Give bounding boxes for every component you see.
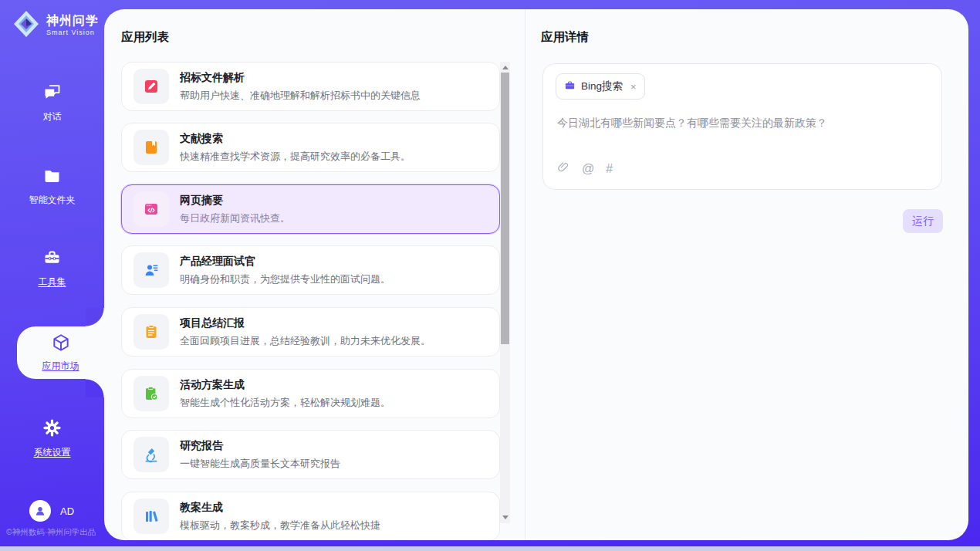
sidebar-item-app-market[interactable]: 应用市场: [17, 326, 104, 379]
browser-code-icon: [133, 191, 169, 227]
prompt-toolbar: @ #: [557, 161, 613, 177]
paperclip-icon[interactable]: [557, 161, 570, 177]
sidebar-item-settings[interactable]: 系统设置: [0, 417, 104, 459]
app-card-lesson-plan[interactable]: 教案生成 模板驱动，教案秒成，教学准备从此轻松快捷: [121, 492, 500, 540]
close-icon[interactable]: ×: [630, 81, 637, 93]
app-card-web-summary[interactable]: 网页摘要 每日政府新闻资讯快查。: [121, 184, 500, 234]
app-card-desc: 全面回顾项目进展，总结经验教训，助力未来优化发展。: [180, 334, 431, 348]
app-card-literature-search[interactable]: 文献搜索 快速精准查找学术资源，提高研究效率的必备工具。: [121, 123, 500, 172]
app-card-pm-interviewer[interactable]: 产品经理面试官 明确身份和职责，为您提供专业性的面试问题。: [121, 245, 500, 295]
sidebar: 神州问学 Smart Vision 对话 智能文件夹: [0, 0, 104, 551]
app-card-desc: 智能生成个性化活动方案，轻松解决规划难题。: [180, 396, 390, 410]
run-button[interactable]: 运行: [903, 209, 943, 233]
app-card-title: 教案生成: [180, 501, 380, 515]
user-name: AD: [60, 505, 74, 517]
app-card-desc: 明确身份和职责，为您提供专业性的面试问题。: [180, 272, 390, 286]
user-icon: [33, 504, 47, 518]
app-card-title: 招标文件解析: [180, 71, 421, 85]
app-detail-panel: 应用详情 Bing搜索 × 今日湖北有哪些新闻要点？有哪些需要关注的最新政策？: [525, 9, 968, 540]
app-card-title: 研究报告: [180, 439, 340, 453]
gear-icon: [42, 417, 63, 441]
main-content: 应用列表 招标文件解析 帮助用户快速、准确地理解和解析招标书中的关键信息: [104, 9, 968, 540]
mention-icon[interactable]: @: [582, 163, 594, 175]
active-tab-curve-top: [86, 308, 104, 326]
books-icon: [133, 499, 169, 534]
sidebar-item-chat[interactable]: 对话: [0, 82, 104, 123]
chat-icon: [42, 82, 63, 106]
brand-subtitle: Smart Vision: [46, 29, 99, 37]
tool-tag-bing-search[interactable]: Bing搜索 ×: [556, 73, 645, 100]
briefcase-icon: [564, 79, 576, 94]
prompt-card: Bing搜索 × 今日湖北有哪些新闻要点？有哪些需要关注的最新政策？ @ #: [542, 63, 942, 190]
sidebar-item-smart-folder[interactable]: 智能文件夹: [0, 165, 104, 207]
scroll-up-arrow[interactable]: [500, 63, 510, 73]
app-card-bid-parse[interactable]: 招标文件解析 帮助用户快速、准确地理解和解析招标书中的关键信息: [121, 62, 500, 111]
tool-tag-label: Bing搜索: [581, 79, 623, 93]
sidebar-item-label: 系统设置: [34, 446, 71, 459]
prompt-input[interactable]: 今日湖北有哪些新闻要点？有哪些需要关注的最新政策？: [557, 117, 928, 130]
folder-icon: [42, 165, 63, 189]
app-detail-title: 应用详情: [541, 29, 589, 46]
bottom-edge-band: [0, 546, 980, 551]
app-card-project-summary[interactable]: 项目总结汇报 全面回顾项目进展，总结经验教训，助力未来优化发展。: [121, 307, 500, 357]
app-list-title: 应用列表: [121, 29, 169, 46]
hash-icon[interactable]: #: [606, 163, 613, 175]
app-card-event-plan[interactable]: 活动方案生成 智能生成个性化活动方案，轻松解决规划难题。: [121, 369, 500, 418]
sidebar-item-label: 智能文件夹: [29, 194, 76, 207]
toolbox-icon: [42, 247, 63, 271]
app-card-title: 活动方案生成: [180, 378, 390, 392]
document-edit-icon: [133, 69, 169, 104]
brand-logo: 神州问学 Smart Vision: [12, 9, 99, 42]
sidebar-item-label: 应用市场: [42, 360, 79, 373]
user-profile[interactable]: AD: [29, 500, 74, 522]
brand-name: 神州问学: [46, 14, 99, 28]
app-card-title: 文献搜索: [180, 132, 411, 146]
clipboard-icon: [133, 314, 169, 350]
microscope-icon: [133, 437, 169, 472]
copyright-text: ©神州数码·神州问学出品: [6, 527, 104, 538]
gem-logo-icon: [12, 9, 40, 42]
app-card-desc: 模板驱动，教案秒成，教学准备从此轻松快捷: [180, 519, 380, 532]
scroll-down-arrow[interactable]: [500, 512, 510, 522]
active-tab-curve-bottom: [86, 379, 104, 397]
app-card-desc: 快速精准查找学术资源，提高研究效率的必备工具。: [180, 150, 411, 164]
book-icon: [133, 130, 169, 165]
app-card-desc: 一键智能生成高质量长文本研究报告: [180, 457, 340, 471]
clipboard-check-icon: [133, 376, 169, 411]
app-card-title: 网页摘要: [180, 194, 290, 208]
avatar: [29, 500, 51, 522]
sidebar-item-label: 对话: [43, 110, 62, 123]
scrollbar-thumb[interactable]: [501, 73, 509, 344]
sidebar-item-label: 工具集: [39, 276, 66, 289]
app-card-research-report[interactable]: 研究报告 一键智能生成高质量长文本研究报告: [121, 430, 500, 479]
cube-icon: [51, 333, 71, 356]
app-card-title: 产品经理面试官: [180, 255, 390, 269]
app-card-desc: 每日政府新闻资讯快查。: [180, 211, 290, 225]
app-card-title: 项目总结汇报: [180, 316, 431, 330]
sidebar-item-toolset[interactable]: 工具集: [0, 247, 104, 289]
interviewer-icon: [133, 252, 169, 288]
app-list-panel: 应用列表 招标文件解析 帮助用户快速、准确地理解和解析招标书中的关键信息: [104, 9, 525, 540]
app-card-desc: 帮助用户快速、准确地理解和解析招标书中的关键信息: [180, 89, 421, 103]
list-scrollbar[interactable]: [500, 62, 510, 523]
